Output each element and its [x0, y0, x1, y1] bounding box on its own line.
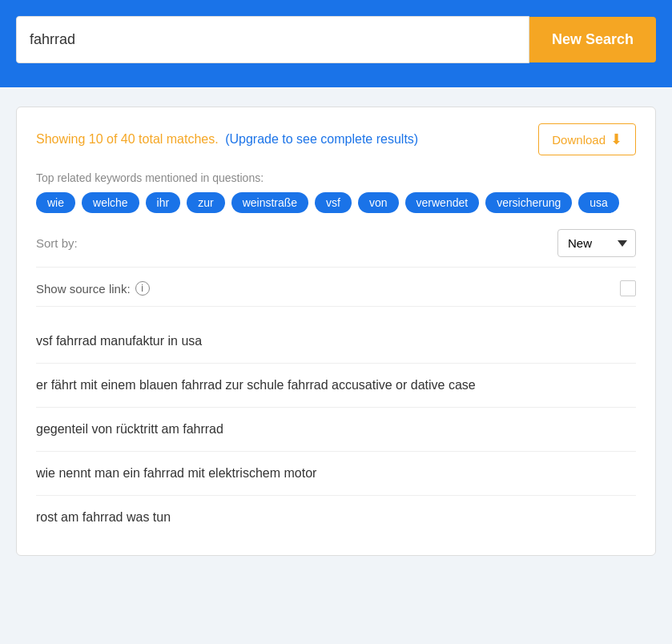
keyword-tag[interactable]: wie [36, 192, 75, 213]
match-count-text: Showing 10 of 40 total matches. [36, 132, 219, 146]
new-search-button[interactable]: New Search [529, 17, 656, 62]
results-card: Showing 10 of 40 total matches. (Upgrade… [16, 107, 656, 556]
info-icon[interactable]: i [135, 281, 150, 296]
main-content: Showing 10 of 40 total matches. (Upgrade… [0, 87, 672, 575]
result-item[interactable]: wie nennt man ein fahrrad mit elektrisch… [36, 452, 636, 496]
keyword-tag[interactable]: versicherung [485, 192, 572, 213]
results-summary-text: Showing 10 of 40 total matches. (Upgrade… [36, 132, 418, 147]
search-input[interactable] [16, 16, 529, 63]
keyword-tag[interactable]: von [358, 192, 399, 213]
download-icon: ⬇ [610, 131, 622, 148]
keywords-section: Top related keywords mentioned in questi… [36, 171, 636, 213]
sort-select[interactable]: NewPopularOldest [557, 229, 636, 257]
search-bar: New Search [16, 16, 656, 63]
sort-section: Sort by: NewPopularOldest [36, 229, 636, 268]
keyword-tag[interactable]: vsf [315, 192, 352, 213]
results-summary-row: Showing 10 of 40 total matches. (Upgrade… [36, 123, 636, 155]
keyword-tag[interactable]: ihr [146, 192, 181, 213]
upgrade-link[interactable]: (Upgrade to see complete results) [225, 132, 418, 146]
source-link-text: Show source link: [36, 282, 131, 296]
sort-label: Sort by: [36, 236, 78, 250]
keyword-tag[interactable]: usa [578, 192, 619, 213]
source-link-section: Show source link: i [36, 280, 636, 307]
keywords-label: Top related keywords mentioned in questi… [36, 171, 636, 184]
keyword-tag[interactable]: welche [82, 192, 139, 213]
source-link-label: Show source link: i [36, 281, 150, 296]
download-button[interactable]: Download ⬇ [538, 123, 636, 155]
result-item[interactable]: rost am fahrrad was tun [36, 496, 636, 539]
keywords-list: wiewelcheihrzurweinstraßevsfvonverwendet… [36, 192, 636, 213]
keyword-tag[interactable]: zur [187, 192, 224, 213]
result-item[interactable]: gegenteil von rücktritt am fahrrad [36, 408, 636, 452]
keyword-tag[interactable]: weinstraße [231, 192, 308, 213]
download-label: Download [552, 133, 606, 147]
header: New Search [0, 0, 672, 87]
source-link-checkbox[interactable] [620, 280, 636, 296]
result-item[interactable]: er fährt mit einem blauen fahrrad zur sc… [36, 364, 636, 408]
keyword-tag[interactable]: verwendet [405, 192, 480, 213]
result-item[interactable]: vsf fahrrad manufaktur in usa [36, 320, 636, 364]
results-list: vsf fahrrad manufaktur in usaer fährt mi… [36, 320, 636, 539]
